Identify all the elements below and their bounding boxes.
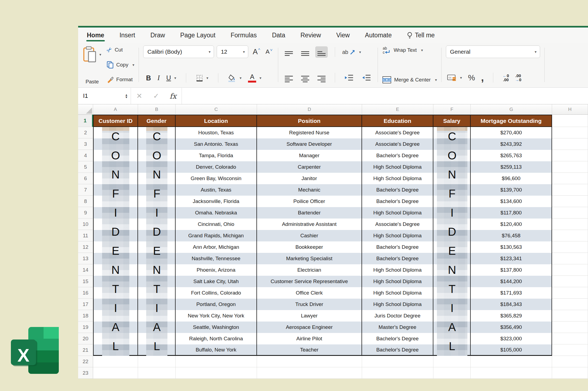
column-header-B[interactable]: B (138, 104, 176, 115)
copy-dropdown-chevron[interactable]: ▾ (132, 63, 134, 67)
cell-C22[interactable] (176, 356, 257, 367)
comma-style-button[interactable]: , (481, 75, 484, 80)
align-right-button[interactable] (315, 71, 328, 84)
tab-automate[interactable]: Automate (365, 32, 392, 43)
row-header-16[interactable]: 16 (78, 287, 93, 299)
cell-F1[interactable]: Salary (433, 115, 471, 127)
cell-A22[interactable] (93, 356, 138, 367)
cell-H12[interactable] (552, 241, 588, 253)
cell-D15[interactable]: Customer Service Representative (257, 276, 362, 287)
cell-D18[interactable]: Lawyer (257, 310, 362, 322)
cell-G5[interactable]: $259,113 (471, 161, 552, 173)
cell-H2[interactable] (552, 127, 588, 138)
merge-center-button[interactable]: Merge & Center ▾ (382, 76, 437, 84)
cell-D22[interactable] (257, 356, 362, 367)
cell-C5[interactable]: Denver, Colorado (176, 161, 257, 173)
tab-review[interactable]: Review (300, 32, 321, 43)
row-header-19[interactable]: 19 (78, 322, 93, 333)
column-header-E[interactable]: E (362, 104, 433, 115)
accounting-format-button[interactable]: cc ▾ (447, 74, 462, 81)
align-middle-button[interactable] (299, 46, 311, 58)
cell-E4[interactable]: Bachelor's Degree (362, 150, 433, 161)
row-header-3[interactable]: 3 (78, 138, 93, 150)
row-header-23[interactable]: 23 (78, 367, 93, 379)
align-left-button[interactable] (283, 71, 295, 84)
column-header-G[interactable]: G (471, 104, 552, 115)
cell-C19[interactable]: Seattle, Washington (176, 322, 257, 333)
format-painter-button[interactable]: Format (107, 76, 134, 83)
paste-dropdown-chevron[interactable]: ▾ (99, 53, 101, 56)
cell-E1[interactable]: Education (362, 115, 433, 127)
cancel-icon[interactable]: ✕ (131, 88, 148, 104)
cell-H1[interactable] (552, 115, 588, 127)
cell-G19[interactable]: $356,490 (471, 322, 552, 333)
cell-G15[interactable]: $144,200 (471, 276, 552, 287)
wrap-text-button[interactable]: ab c Wrap Text ▾ (382, 46, 437, 54)
cell-C9[interactable]: Omaha. Nebraska (176, 207, 257, 219)
cell-C17[interactable]: Portland, Oregon (176, 299, 257, 310)
tab-formulas[interactable]: Formulas (230, 32, 257, 43)
cell-D9[interactable]: Bartender (257, 207, 362, 219)
bold-button[interactable]: B (146, 74, 151, 82)
cell-F23[interactable] (433, 367, 471, 379)
column-header-A[interactable]: A (93, 104, 138, 115)
cell-G16[interactable]: $171,693 (471, 287, 552, 299)
row-header-20[interactable]: 20 (78, 333, 93, 344)
insert-function-icon[interactable]: fx (165, 88, 182, 104)
cell-H23[interactable] (552, 367, 588, 379)
tab-home[interactable]: Home (86, 32, 105, 43)
cell-G8[interactable]: $134,600 (471, 196, 552, 207)
cell-H19[interactable] (552, 322, 588, 333)
cell-C14[interactable]: Phoenix, Arizona (176, 264, 257, 276)
font-size-dropdown[interactable]: 12 ▾ (217, 46, 248, 58)
column-header-H[interactable]: H (552, 104, 588, 115)
cell-E10[interactable]: Associate's Degree (362, 219, 433, 230)
row-header-9[interactable]: 9 (78, 207, 93, 219)
increase-font-size-button[interactable]: A^ (251, 48, 262, 56)
row-header-11[interactable]: 11 (78, 230, 93, 241)
cell-D20[interactable]: Airline Pilot (257, 333, 362, 344)
cell-G4[interactable]: $265,763 (471, 150, 552, 161)
percent-style-button[interactable]: % (468, 73, 475, 82)
cell-H17[interactable] (552, 299, 588, 310)
cell-D19[interactable]: Aerospace Engineer (257, 322, 362, 333)
cell-H6[interactable] (552, 173, 588, 184)
cell-E18[interactable]: Juris Doctor Degree (362, 310, 433, 322)
cell-E3[interactable]: Associate's Degree (362, 138, 433, 150)
column-header-D[interactable]: D (257, 104, 362, 115)
cell-H13[interactable] (552, 253, 588, 264)
cell-D6[interactable]: Janitor (257, 173, 362, 184)
enter-check-icon[interactable]: ✓ (148, 88, 165, 104)
row-header-8[interactable]: 8 (78, 196, 93, 207)
cell-C8[interactable]: Jacksonville, Florida (176, 196, 257, 207)
cell-G6[interactable]: $96,600 (471, 173, 552, 184)
row-header-18[interactable]: 18 (78, 310, 93, 322)
cell-E8[interactable]: Bachelor's Degree (362, 196, 433, 207)
column-header-F[interactable]: F (433, 104, 471, 115)
align-center-button[interactable] (299, 71, 311, 84)
cell-D1[interactable]: Position (257, 115, 362, 127)
cell-B23[interactable] (138, 367, 176, 379)
increase-decimal-button[interactable]: .00 →0 (515, 74, 521, 82)
cell-B22[interactable] (138, 356, 176, 367)
cell-H21[interactable] (552, 344, 588, 356)
row-header-15[interactable]: 15 (78, 276, 93, 287)
cell-C16[interactable]: Fort Collins, Colorado (176, 287, 257, 299)
row-header-17[interactable]: 17 (78, 299, 93, 310)
column-header-C[interactable]: C (176, 104, 257, 115)
cell-E22[interactable] (362, 356, 433, 367)
align-bottom-button[interactable] (315, 46, 328, 58)
cell-G20[interactable]: $323,000 (471, 333, 552, 344)
row-header-6[interactable]: 6 (78, 173, 93, 184)
cell-D14[interactable]: Electrician (257, 264, 362, 276)
cell-E15[interactable]: High School Diploma (362, 276, 433, 287)
cell-G2[interactable]: $270,400 (471, 127, 552, 138)
decrease-indent-button[interactable] (342, 72, 356, 83)
cell-G18[interactable]: $365,829 (471, 310, 552, 322)
paste-button[interactable]: ▾ Paste (82, 44, 103, 85)
align-top-button[interactable] (283, 46, 295, 58)
cell-D4[interactable]: Manager (257, 150, 362, 161)
cell-H22[interactable] (552, 356, 588, 367)
cell-C4[interactable]: Tampa, Florida (176, 150, 257, 161)
cell-H3[interactable] (552, 138, 588, 150)
